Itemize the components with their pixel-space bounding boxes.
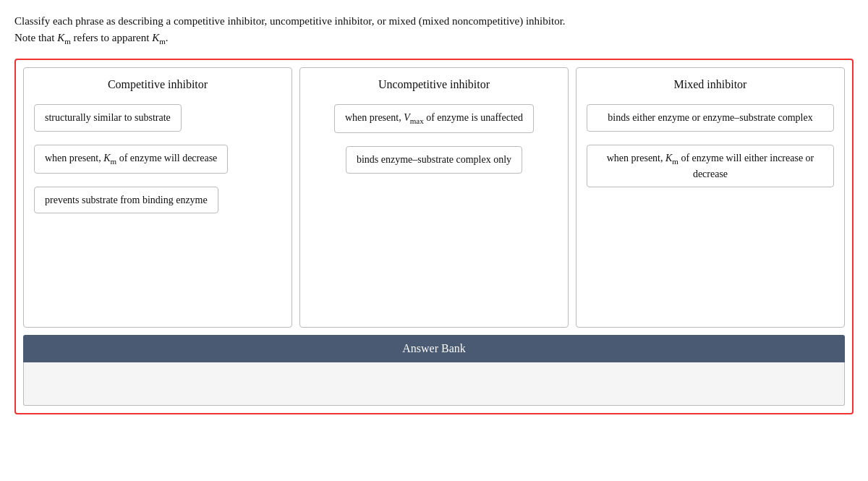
card-km-decrease[interactable]: when present, Km of enzyme will decrease: [34, 145, 228, 174]
column-mixed: Mixed inhibitor binds either enzyme or e…: [576, 67, 845, 328]
answer-bank-area: [23, 362, 845, 406]
instruction-line1: Classify each phrase as describing a com…: [14, 15, 566, 27]
outer-border: Competitive inhibitor structurally simil…: [14, 59, 854, 414]
card-binds-either[interactable]: binds either enzyme or enzyme–substrate …: [587, 104, 834, 132]
answer-bank-section: Answer Bank: [23, 335, 845, 406]
card-prevents-substrate[interactable]: prevents substrate from binding enzyme: [34, 187, 218, 214]
mixed-header: Mixed inhibitor: [587, 78, 834, 91]
instructions: Classify each phrase as describing a com…: [14, 13, 854, 47]
column-uncompetitive: Uncompetitive inhibitor when present, Vm…: [299, 67, 569, 328]
answer-bank-bar: Answer Bank: [23, 335, 845, 362]
columns-area: Competitive inhibitor structurally simil…: [23, 67, 845, 328]
competitive-header: Competitive inhibitor: [34, 78, 281, 91]
uncompetitive-header: Uncompetitive inhibitor: [310, 78, 558, 91]
card-binds-es-complex-only[interactable]: binds enzyme–substrate complex only: [346, 146, 522, 174]
card-km-increase-or-decrease[interactable]: when present, Km of enzyme will either i…: [587, 145, 834, 188]
card-vmax-unaffected[interactable]: when present, Vmax of enzyme is unaffect…: [334, 104, 534, 133]
card-structurally-similar[interactable]: structurally similar to substrate: [34, 104, 182, 132]
instruction-line2: Note that Km refers to apparent Km.: [14, 32, 169, 43]
column-competitive: Competitive inhibitor structurally simil…: [23, 67, 292, 328]
